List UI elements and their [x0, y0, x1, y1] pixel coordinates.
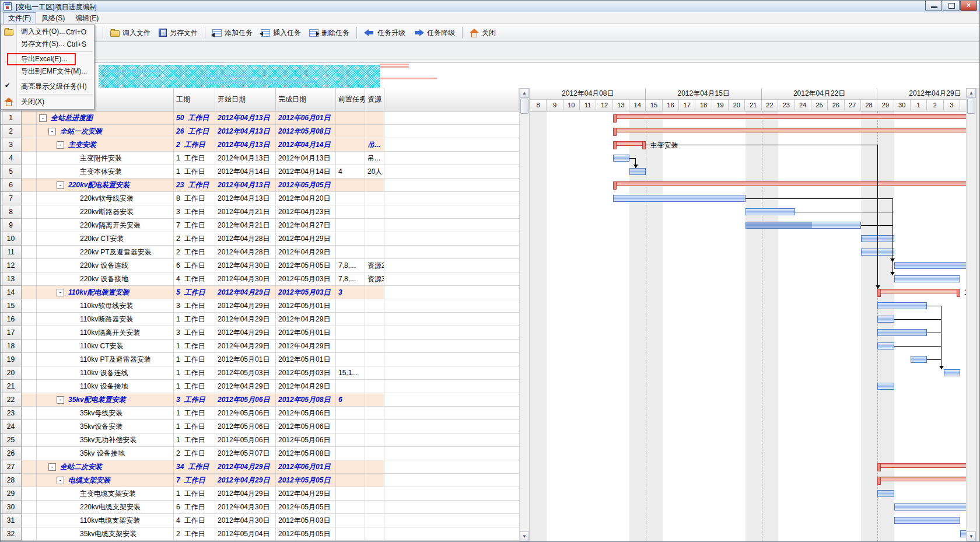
table-row[interactable]: 5主变本体安装1工作日2012年04月14日2012年04月14日420人: [1, 165, 519, 179]
gantt-scrollbar[interactable]: [966, 88, 976, 541]
table-row[interactable]: 15110kv软母线安装3工作日2012年04月29日2012年05月01日: [1, 299, 519, 313]
gantt-summary-bar[interactable]: [613, 181, 966, 186]
menu-item[interactable]: 导出到EMF文件(M)...: [1, 65, 94, 78]
gantt-task-bar[interactable]: [894, 503, 966, 510]
toolbar-button[interactable]: 插入任务: [257, 26, 305, 40]
gantt-task-bar[interactable]: [613, 195, 746, 202]
scrollbar-thumb[interactable]: [967, 99, 975, 114]
table-row[interactable]: 31110kv电缆支架安装4工作日2012年04月30日2012年05月03日: [1, 514, 519, 527]
table-row[interactable]: 16110kv断路器安装1工作日2012年04月29日2012年04月29日: [1, 313, 519, 326]
table-row[interactable]: 2435kv设备安装1工作日2012年05月06日2012年05月06日: [1, 420, 519, 433]
gantt-summary-bar[interactable]: [613, 128, 966, 132]
table-row[interactable]: 10220kv CT安装2工作日2012年04月28日2012年04月29日: [1, 232, 519, 246]
menu-item[interactable]: 调入文件(O)...Ctrl+O: [1, 26, 94, 38]
table-row[interactable]: 27-全站二次安装34工作日2012年04月29日2012年06月01日: [1, 460, 519, 474]
table-row[interactable]: 2635kv 设备接地2工作日2012年05月07日2012年05月08日: [1, 447, 519, 460]
gantt-task-bar[interactable]: [877, 490, 894, 497]
table-row[interactable]: 6-220kv配电装置安装23工作日2012年04月13日2012年05月05日: [1, 179, 519, 192]
scroll-up-icon[interactable]: [967, 88, 976, 98]
toolbar-button[interactable]: 添加任务: [208, 26, 257, 40]
table-row[interactable]: 19110kv PT及避雷器安装1工作日2012年05月01日2012年05月0…: [1, 353, 519, 366]
table-row[interactable]: 30220kv电缆支架安装6工作日2012年04月30日2012年05月05日: [1, 501, 519, 514]
column-header-duration[interactable]: 工期: [174, 88, 215, 111]
toolbar-button[interactable]: 调入文件: [106, 26, 155, 40]
collapse-icon[interactable]: -: [48, 463, 56, 471]
table-row[interactable]: 3235kv电缆支架安装2工作日2012年05月04日2012年05月05日: [1, 527, 519, 541]
restore-button[interactable]: [943, 1, 960, 11]
column-header-predecessor[interactable]: 前置任务: [336, 88, 365, 111]
gantt-summary-bar[interactable]: [613, 141, 646, 146]
table-scrollbar[interactable]: [519, 88, 529, 541]
table-row[interactable]: 3-主变安装2工作日2012年04月13日2012年04月14日吊...: [1, 138, 519, 152]
gantt-task-bar[interactable]: [911, 356, 927, 363]
table-row[interactable]: 11220kv PT及避雷器安装2工作日2012年04月28日2012年04月2…: [1, 246, 519, 259]
collapse-icon[interactable]: -: [39, 114, 47, 122]
collapse-icon[interactable]: -: [57, 141, 64, 149]
gantt-task-bar[interactable]: [746, 208, 795, 215]
gantt-task-bar[interactable]: [894, 262, 966, 269]
collapse-icon[interactable]: -: [57, 181, 64, 189]
table-row[interactable]: 28-电缆支架安装7工作日2012年04月29日2012年05月05日: [1, 474, 519, 487]
toolbar-button[interactable]: 另存文件: [155, 26, 202, 40]
table-row[interactable]: 2335kv母线安装1工作日2012年05月06日2012年05月06日: [1, 407, 519, 420]
menu-item[interactable]: 导出Excel(E)...: [1, 53, 94, 65]
toolbar-button[interactable]: 删除任务: [305, 26, 354, 40]
gantt-task-bar[interactable]: [877, 316, 894, 323]
column-header-finish-date[interactable]: 完成日期: [276, 88, 336, 111]
collapse-icon[interactable]: -: [57, 289, 64, 296]
table-row[interactable]: 21110kv 设备接地1工作日2012年04月29日2012年04月29日: [1, 380, 519, 393]
gantt-task-bar[interactable]: [960, 530, 966, 537]
table-row[interactable]: 9220kv隔离开关安装7工作日2012年04月21日2012年04月27日: [1, 219, 519, 232]
menubar-item[interactable]: 风络(S): [36, 12, 70, 25]
menu-item[interactable]: 关闭(X): [1, 96, 94, 108]
gantt-summary-bar[interactable]: [877, 289, 960, 293]
table-row[interactable]: 7220kv软母线安装8工作日2012年04月13日2012年04月20日: [1, 192, 519, 205]
column-header-blank[interactable]: [384, 88, 519, 111]
gantt-task-bar[interactable]: [894, 517, 960, 524]
gantt-summary-bar[interactable]: [613, 114, 966, 119]
column-header-resource[interactable]: 资源: [365, 88, 384, 111]
gantt-task-bar[interactable]: [944, 369, 960, 376]
table-row[interactable]: 17110kv隔离开关安装3工作日2012年04月29日2012年05月01日: [1, 326, 519, 340]
column-header-start-date[interactable]: 开始日期: [215, 88, 276, 111]
collapse-icon[interactable]: -: [57, 396, 64, 404]
gantt-task-bar[interactable]: [877, 383, 894, 390]
collapse-icon[interactable]: -: [57, 477, 64, 484]
table-row[interactable]: 8220kv断路器安装3工作日2012年04月21日2012年04月23日: [1, 205, 519, 219]
table-row[interactable]: 29主变电缆支架安装1工作日2012年04月29日2012年04月29日: [1, 487, 519, 501]
table-row[interactable]: 1-全站总进度图50工作日2012年04月13日2012年06月01日: [1, 111, 519, 125]
gantt-task-bar[interactable]: [746, 222, 861, 229]
table-row[interactable]: 20110kv 设备连线1工作日2012年05月03日2012年05月03日15…: [1, 366, 519, 380]
menu-item[interactable]: 另存文件(S)...Ctrl+S: [1, 38, 94, 50]
toolbar-button[interactable]: 任务降级: [410, 26, 459, 40]
title-bar[interactable]: [变电一工区]项目进度编制: [1, 1, 979, 13]
scrollbar-thumb[interactable]: [520, 99, 528, 114]
gantt-summary-bar[interactable]: [877, 477, 966, 481]
gantt-task-bar[interactable]: [877, 342, 894, 349]
menu-item[interactable]: 高亮显示父级任务(H): [1, 81, 94, 93]
scroll-down-icon[interactable]: [520, 531, 529, 541]
collapse-icon[interactable]: -: [48, 128, 56, 135]
gantt-task-bar[interactable]: [877, 329, 927, 336]
toolbar-button[interactable]: 关闭: [466, 26, 500, 40]
table-row[interactable]: 18110kv CT安装1工作日2012年04月29日2012年04月29日: [1, 340, 519, 353]
gantt-summary-bar[interactable]: [877, 463, 966, 468]
table-row[interactable]: 2535kv无功补偿安装1工作日2012年05月06日2012年05月06日: [1, 433, 519, 447]
table-row[interactable]: 22-35kv配电装置安装3工作日2012年05月06日2012年05月08日6: [1, 393, 519, 407]
table-row[interactable]: 12220kv 设备连线6工作日2012年04月30日2012年05月05日7,…: [1, 259, 519, 272]
gantt-task-bar[interactable]: [613, 155, 629, 162]
table-row[interactable]: 14-110kv配电装置安装5工作日2012年04月29日2012年05月03日…: [1, 286, 519, 299]
table-row[interactable]: 2-全站一次安装26工作日2012年04月13日2012年05月08日: [1, 125, 519, 138]
menubar-item[interactable]: 编辑(E): [70, 12, 104, 25]
gantt-task-bar[interactable]: [877, 302, 927, 309]
table-row[interactable]: 4主变附件安装1工作日2012年04月13日2012年04月13日吊...: [1, 152, 519, 165]
close-button[interactable]: [960, 1, 977, 11]
toolbar-button[interactable]: 任务升级: [360, 26, 410, 40]
menubar-item[interactable]: 文件(F): [3, 12, 36, 25]
gantt-task-bar[interactable]: [894, 275, 960, 282]
minimize-button[interactable]: [925, 1, 942, 11]
gantt-task-bar[interactable]: [629, 168, 646, 175]
scroll-up-icon[interactable]: [520, 88, 529, 98]
table-row[interactable]: 13220kv 设备接地4工作日2012年04月30日2012年05月03日7,…: [1, 272, 519, 286]
scroll-down-icon[interactable]: [967, 531, 976, 541]
